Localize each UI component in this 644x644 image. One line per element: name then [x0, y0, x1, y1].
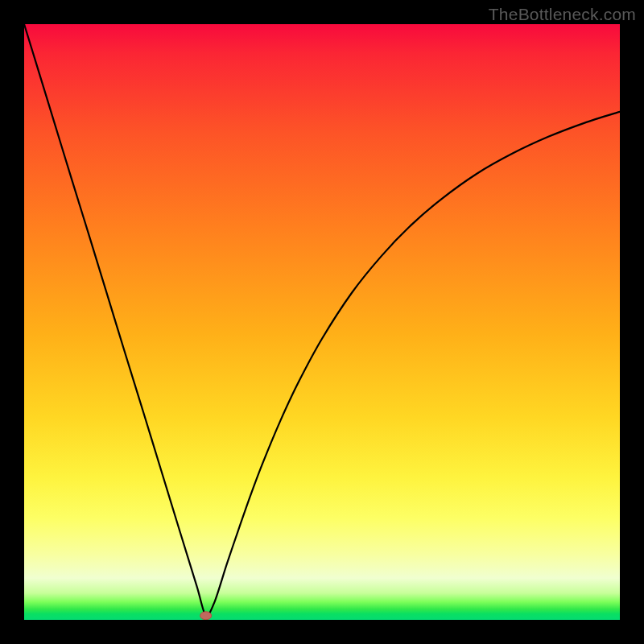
chart-container: TheBottleneck.com [0, 0, 644, 644]
plot-area [24, 24, 620, 620]
curve-layer [24, 24, 620, 620]
bottleneck-curve [24, 24, 620, 616]
watermark-text: TheBottleneck.com [489, 5, 636, 24]
minimum-marker [200, 612, 212, 620]
